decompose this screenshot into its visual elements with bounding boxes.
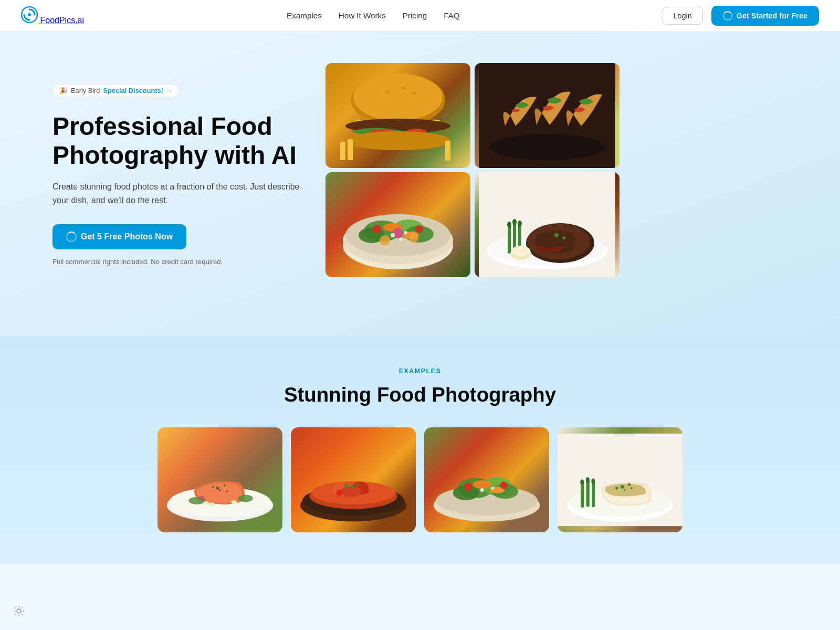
example-card-salad2 [424, 427, 549, 532]
salmon-illustration [158, 427, 282, 532]
svg-point-11 [345, 131, 450, 150]
svg-point-97 [615, 487, 618, 489]
svg-point-60 [231, 500, 237, 504]
cta-spinner-icon [66, 232, 77, 242]
svg-point-55 [226, 490, 228, 492]
tacos-illustration [475, 63, 620, 168]
svg-rect-91 [592, 481, 595, 507]
svg-point-51 [216, 487, 219, 489]
example-card-salmon [158, 427, 282, 532]
svg-point-100 [17, 609, 21, 613]
svg-point-54 [219, 489, 221, 491]
svg-point-84 [480, 488, 484, 492]
svg-rect-90 [586, 480, 590, 507]
hero-subtitle: Create stunning food photos at a fractio… [52, 180, 304, 207]
svg-point-82 [464, 482, 472, 491]
steak-illustration [475, 172, 620, 277]
svg-point-85 [491, 487, 494, 489]
early-bird-badge: 🎉 Early Bird Special Discounts! → [52, 84, 179, 97]
svg-point-95 [621, 485, 624, 489]
example-card-curry [291, 427, 416, 532]
svg-line-108 [22, 607, 23, 608]
svg-point-59 [209, 502, 215, 506]
svg-point-92 [580, 479, 584, 485]
food-image-burger [326, 63, 470, 168]
svg-point-96 [628, 483, 631, 486]
nav-links: Examples How It Works Pricing FAQ [287, 11, 460, 20]
svg-point-83 [500, 482, 508, 489]
svg-line-107 [15, 614, 16, 615]
svg-point-69 [344, 484, 348, 487]
nav-pricing[interactable]: Pricing [403, 11, 427, 20]
svg-point-3 [353, 74, 443, 121]
logo-text: FoodPics.ai [40, 16, 84, 25]
navbar: FoodPics.ai Examples How It Works Pricin… [0, 0, 840, 32]
svg-point-45 [554, 233, 559, 237]
burger-illustration [326, 63, 470, 168]
hero-images-grid [326, 63, 620, 277]
examples-grid [158, 427, 682, 532]
svg-point-99 [631, 487, 633, 489]
svg-point-58 [203, 501, 209, 505]
badge-label: Early Bird [71, 87, 100, 94]
hero-left: 🎉 Early Bird Special Discounts! → Profes… [52, 63, 304, 266]
svg-point-80 [473, 480, 491, 489]
food-image-steak [475, 172, 620, 277]
cta-hero-button[interactable]: Get 5 Free Photos Now [52, 224, 186, 249]
logo-icon [21, 6, 38, 23]
svg-point-94 [591, 478, 595, 484]
svg-point-32 [404, 231, 407, 234]
svg-rect-89 [581, 482, 584, 507]
nav-how-it-works[interactable]: How It Works [339, 11, 386, 20]
svg-point-53 [212, 486, 214, 488]
svg-point-72 [336, 490, 342, 496]
svg-point-57 [238, 495, 253, 502]
svg-point-46 [562, 236, 565, 239]
section-label: EXAMPLES [21, 368, 819, 375]
svg-point-6 [411, 92, 416, 95]
logo[interactable]: FoodPics.ai [21, 6, 84, 25]
svg-point-73 [363, 488, 369, 494]
svg-point-93 [586, 477, 590, 483]
sun-icon [13, 605, 25, 617]
curry-illustration [291, 427, 416, 532]
nav-examples[interactable]: Examples [287, 11, 322, 20]
spinner-icon [723, 11, 732, 20]
get-started-button[interactable]: Get Started for Free [711, 6, 819, 26]
svg-point-5 [401, 87, 406, 90]
svg-rect-37 [508, 225, 511, 254]
salad2-illustration [424, 427, 549, 532]
fish-illustration [558, 427, 682, 532]
svg-point-30 [409, 233, 418, 243]
svg-rect-12 [340, 142, 345, 160]
svg-point-40 [507, 222, 511, 228]
food-image-tacos [475, 63, 620, 168]
salad-illustration [326, 172, 470, 277]
svg-rect-13 [348, 139, 353, 160]
login-button[interactable]: Login [663, 7, 703, 25]
svg-line-106 [22, 614, 23, 615]
svg-point-71 [351, 486, 353, 488]
badge-cta[interactable]: Special Discounts! → [103, 87, 172, 94]
nav-actions: Login Get Started for Free [663, 6, 819, 26]
svg-point-4 [385, 90, 390, 93]
nav-faq[interactable]: FAQ [444, 11, 459, 20]
svg-point-41 [512, 219, 517, 225]
svg-point-61 [198, 496, 205, 501]
svg-line-105 [15, 607, 16, 608]
svg-point-33 [399, 238, 402, 241]
examples-section: EXAMPLES Stunning Food Photography [0, 336, 840, 564]
svg-rect-14 [445, 141, 450, 161]
svg-point-28 [393, 228, 403, 238]
svg-point-27 [415, 225, 423, 233]
svg-point-31 [391, 233, 395, 237]
svg-point-1 [28, 13, 31, 16]
svg-point-26 [373, 225, 381, 233]
hero-note: Full commercial rights included. No cred… [52, 258, 223, 266]
svg-point-70 [356, 483, 359, 486]
badge-emoji: 🎉 [59, 87, 68, 94]
hero-title: Professional Food Photography with AI [52, 112, 304, 170]
svg-point-42 [518, 220, 522, 227]
svg-point-16 [489, 134, 605, 160]
svg-point-98 [624, 489, 626, 491]
